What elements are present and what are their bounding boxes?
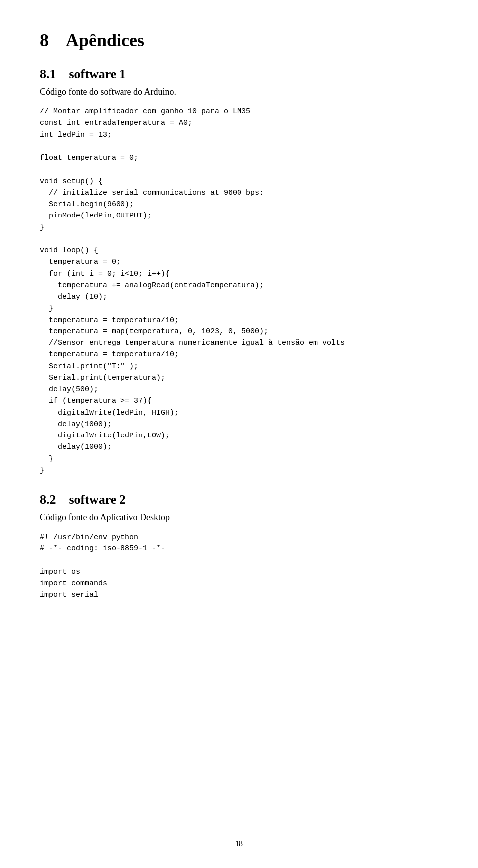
chapter-title: 8 Apêndices <box>40 30 438 51</box>
section1-heading: 8.1 software 1 <box>40 67 438 82</box>
code-block-2: #! /usr/bin/env python # -*- coding: iso… <box>40 532 438 601</box>
section1-subtitle: Código fonte do software do Arduino. <box>40 87 438 97</box>
section2-heading: 8.2 software 2 <box>40 492 438 507</box>
section2-subtitle: Código fonte do Aplicativo Desktop <box>40 512 438 523</box>
code-block-1: // Montar amplificador com ganho 10 para… <box>40 106 438 476</box>
page-number: 18 <box>235 839 243 848</box>
